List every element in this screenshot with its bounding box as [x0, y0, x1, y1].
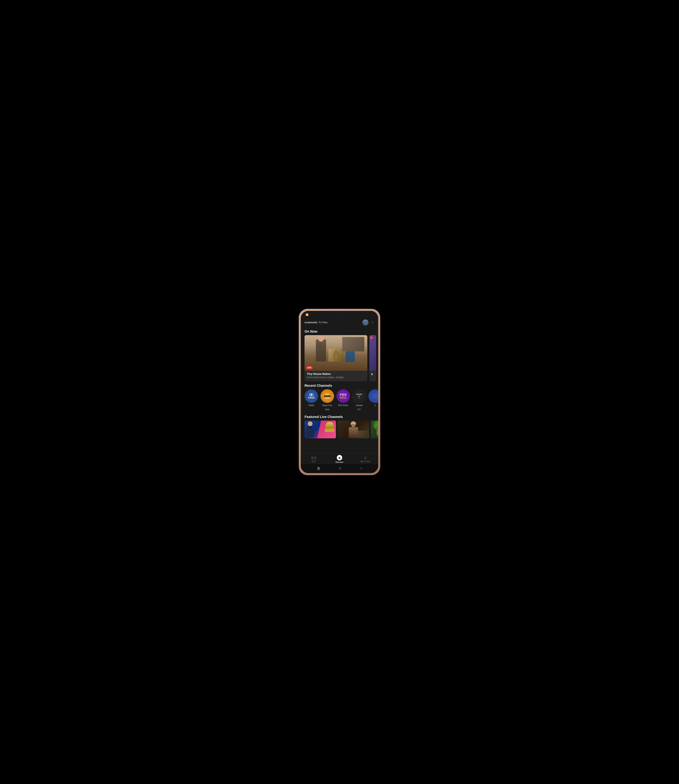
cbsn-label: CBSN: [308, 404, 314, 407]
cbs-eye-icon: [309, 394, 313, 396]
more-menu-button[interactable]: ⋮: [371, 320, 374, 325]
scene-person-left: [316, 339, 326, 361]
featured-card-1[interactable]: [305, 420, 336, 438]
now-card-1-subtitle: S3 E14 Smart Home | 3:00pm - 04:00pm: [307, 376, 365, 379]
now-card-2-title: N: [371, 372, 375, 376]
feat1-dome: [325, 422, 334, 432]
live-badge-2: L: [370, 336, 373, 339]
recent-channels-header: Recent Channels: [301, 381, 378, 389]
system-nav: ||| □ ‹: [301, 464, 378, 473]
recents-button[interactable]: |||: [318, 467, 320, 470]
channel-cbsn[interactable]: CBSN CBSN: [305, 389, 318, 411]
mytvplus-icon: ☺: [364, 456, 367, 460]
now-card-1-thumbnail: LIVE: [305, 335, 367, 371]
app-title: TV Plus: [319, 321, 328, 324]
outside-label-line2: TV+: [357, 408, 361, 411]
cbsn-logo: CBSN: [308, 394, 315, 399]
feat1-person: [306, 422, 314, 437]
soul-text: SOUL: [340, 396, 347, 399]
user-avatar[interactable]: 👤: [362, 319, 369, 325]
discover-icon-bg: ◉: [337, 455, 342, 461]
scene-background: [305, 335, 367, 371]
deal-logo: DEAL NO DEAL CHANNEL: [322, 392, 332, 400]
outside-tv-text: tv: [358, 395, 360, 397]
discover-label: Discover: [336, 461, 343, 463]
now-card-1-info: Tiny House Nation S3 E14 Smart Home | 3:…: [305, 371, 367, 380]
avatar-image: 👤: [363, 320, 368, 325]
channel-deal-circle[interactable]: DEAL NO DEAL CHANNEL: [321, 389, 334, 403]
scene-prop: [329, 349, 344, 361]
nav-mytvplus[interactable]: ☺ My TV Plus: [358, 456, 372, 462]
now-card-2-partial[interactable]: L N: [369, 335, 376, 381]
live-icon: ((·)): [311, 456, 316, 459]
channel-foxsoul[interactable]: FOX SOUL FOX SOUL: [336, 389, 350, 411]
deal-text: DEAL: [325, 394, 329, 395]
now-card-1-title: Tiny House Nation: [307, 372, 365, 376]
live-label: Live: [312, 460, 315, 462]
header-actions: 👤 ⋮: [362, 319, 374, 325]
feat2-bg-element: [357, 431, 368, 437]
on-now-header: On Now: [301, 327, 378, 335]
channel-deal[interactable]: DEAL NO DEAL CHANNEL Deal or No Deal: [321, 389, 334, 411]
now-card-1[interactable]: LIVE Tiny House Nation S3 E14 Smart Home…: [305, 335, 367, 381]
channel-partial[interactable]: C: [368, 389, 378, 411]
phone-device: 📶 SAMSUNG TV Plus 👤 ⋮: [299, 309, 380, 475]
channel-foxsoul-circle[interactable]: FOX SOUL: [336, 389, 350, 403]
foxsoul-label: FOX SOUL: [338, 404, 349, 407]
partial-label: C: [374, 404, 376, 407]
back-button[interactable]: ‹: [361, 467, 361, 470]
featured-channels-grid[interactable]: [301, 420, 378, 441]
status-bar: 📶: [301, 311, 378, 317]
featured-card-3[interactable]: [371, 420, 378, 438]
deal-channel-tag: CHANNEL: [324, 397, 330, 399]
nav-discover[interactable]: ◉ Discover: [333, 455, 346, 463]
channel-outside[interactable]: Outside tv + Outside TV+: [352, 389, 366, 411]
on-now-scroll[interactable]: LIVE Tiny House Nation S3 E14 Smart Home…: [301, 335, 378, 381]
now-card-2-thumbnail: L: [369, 335, 376, 371]
app-screen: 📶 SAMSUNG TV Plus 👤 ⋮: [301, 311, 378, 473]
nodeal-text: NO DEAL: [324, 395, 330, 397]
featured-channels-header: Featured Live Channels: [301, 412, 378, 420]
mytvplus-label: My TV Plus: [361, 461, 370, 462]
bottom-spacer: [301, 441, 378, 442]
phone-screen-container: 📶 SAMSUNG TV Plus 👤 ⋮: [301, 311, 378, 473]
deal-label-line2: Deal: [325, 408, 330, 411]
outside-logo: Outside tv +: [355, 392, 364, 400]
outside-text: Outside: [356, 394, 362, 395]
avatar-icon: 👤: [364, 320, 367, 324]
wifi-icon: 📶: [305, 313, 308, 316]
feat2-person: [349, 422, 358, 438]
main-content[interactable]: On Now: [301, 327, 378, 453]
home-button[interactable]: □: [340, 467, 341, 470]
fox-text: FOX: [340, 393, 347, 396]
scene-shelf: [342, 337, 364, 351]
status-left: 📶: [305, 313, 308, 316]
channel-cbsn-circle[interactable]: CBSN: [305, 389, 318, 403]
recent-channels-scroll[interactable]: CBSN CBSN DEAL NO DEAL CHANNEL: [301, 389, 378, 412]
outside-plus-icon: +: [359, 397, 360, 399]
channel-outside-circle[interactable]: Outside tv +: [352, 389, 366, 403]
discover-icon: ◉: [338, 456, 341, 459]
camera-notch: [337, 313, 340, 316]
live-badge-1: LIVE: [306, 366, 312, 369]
featured-card-2[interactable]: [338, 420, 369, 438]
outside-label-line1: Outside: [356, 404, 363, 407]
nav-live[interactable]: ((·)) Live: [307, 456, 321, 462]
channel-partial-circle[interactable]: [368, 389, 378, 403]
deal-label-line1: Deal or No: [322, 404, 332, 407]
brand-name: SAMSUNG: [305, 321, 318, 324]
feat3-gradient: [371, 433, 378, 438]
foxsoul-logo: FOX SOUL: [340, 393, 347, 399]
cbsn-text: CBSN: [308, 397, 315, 399]
bottom-nav: ((·)) Live ◉ Discover ☺ My TV Plus: [301, 453, 378, 464]
app-header: SAMSUNG TV Plus 👤 ⋮: [301, 317, 378, 327]
app-logo: SAMSUNG TV Plus: [305, 321, 327, 324]
now-card-2-info: N: [369, 371, 376, 381]
